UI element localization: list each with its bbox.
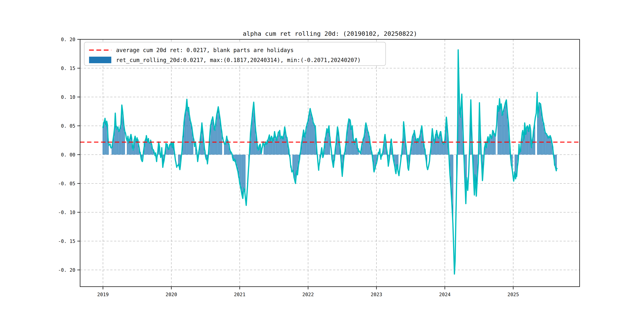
bar: [546, 134, 547, 155]
x-tick-label: 2022: [302, 292, 314, 297]
bar: [244, 155, 244, 189]
bar: [267, 142, 268, 155]
y-tick-labels: 0. 200. 150. 100. 050. 00-0. 05-0. 10-0.…: [58, 37, 75, 273]
bar: [235, 155, 236, 160]
y-tick-label: 0. 10: [61, 94, 75, 100]
bar: [219, 112, 219, 155]
bar: [190, 120, 190, 155]
bar: [121, 124, 121, 155]
bar: [540, 104, 540, 155]
bar: [421, 128, 422, 155]
bar: [178, 155, 179, 164]
y-tick-label: -0. 15: [58, 238, 75, 244]
bar: [273, 140, 273, 155]
bar: [136, 142, 136, 155]
bar: [266, 144, 267, 155]
bar: [112, 148, 112, 155]
figure-canvas: 2019202020212022202320242025 0. 200. 150…: [0, 0, 644, 322]
bar: [526, 134, 526, 155]
y-tick-label: -0. 10: [58, 210, 75, 215]
bar: [234, 155, 234, 159]
bar: [437, 136, 438, 155]
bar: [304, 136, 305, 155]
bar: [538, 111, 539, 155]
bar: [191, 124, 192, 155]
bar: [105, 124, 106, 155]
legend-box: average cum 20d ret: 0.0217, blank parts…: [84, 42, 386, 66]
bar: [212, 120, 212, 155]
bar: [493, 132, 494, 155]
x-tick-label: 2023: [371, 292, 382, 297]
bar: [224, 144, 225, 155]
bar: [542, 115, 542, 155]
x-tick-label: 2021: [234, 292, 246, 297]
bar: [276, 140, 277, 155]
bar: [217, 112, 218, 155]
bar: [309, 115, 309, 155]
bar: [308, 121, 308, 155]
bar: [188, 108, 189, 155]
bar: [550, 136, 550, 155]
bar: [349, 120, 350, 155]
bar: [505, 104, 506, 155]
bar: [118, 128, 118, 155]
bar: [495, 136, 496, 155]
bar: [543, 120, 543, 155]
bar: [119, 131, 120, 155]
bar: [245, 155, 246, 195]
bar: [225, 144, 226, 155]
bar: [243, 155, 244, 193]
bar: [548, 138, 548, 155]
bar: [488, 142, 489, 155]
bar: [502, 114, 503, 155]
bar: [227, 139, 228, 155]
bar: [504, 108, 504, 155]
gridlines: [80, 39, 580, 286]
bar: [541, 108, 542, 155]
bar: [413, 134, 414, 155]
bar: [313, 123, 314, 155]
bar: [283, 139, 283, 155]
bar: [102, 127, 103, 155]
bar: [348, 121, 349, 155]
bar: [364, 138, 364, 155]
bar: [549, 137, 550, 155]
bar: [148, 140, 148, 155]
bar: [240, 155, 241, 187]
line-series: [103, 50, 557, 274]
bar: [442, 142, 442, 155]
y-tick-label: 0. 00: [61, 152, 75, 158]
x-tick-label: 2025: [508, 292, 519, 297]
bar: [539, 103, 540, 155]
x-tick-label: 2020: [166, 292, 177, 297]
bar: [375, 155, 376, 165]
bar: [310, 110, 310, 155]
y-tick-label: 0. 05: [61, 123, 75, 129]
bar: [150, 143, 150, 155]
bar: [281, 138, 282, 155]
bar: [170, 145, 171, 155]
x-tick-label: 2024: [439, 292, 450, 297]
bar: [127, 141, 128, 155]
bar: [106, 122, 107, 155]
bar: [120, 129, 120, 155]
bar: [544, 130, 545, 155]
bar: [314, 126, 315, 155]
bar: [186, 110, 186, 155]
legend-average-label: average cum 20d ret: 0.0217, blank parts…: [116, 47, 294, 54]
bar: [491, 138, 492, 155]
bar: [104, 120, 105, 155]
x-tick-labels: 2019202020212022202320242025: [97, 292, 519, 297]
bar: [168, 150, 169, 155]
bar: [312, 118, 313, 155]
bar: [187, 108, 188, 155]
bar: [506, 101, 506, 155]
bar: [282, 136, 282, 155]
bar: [460, 113, 460, 155]
bar: [547, 136, 548, 155]
bar: [366, 126, 367, 155]
chart-title: alpha cum ret rolling 20d: (20190102, 20…: [243, 30, 417, 37]
bar: [310, 112, 311, 155]
bar: [148, 142, 149, 155]
bar: [515, 155, 516, 174]
